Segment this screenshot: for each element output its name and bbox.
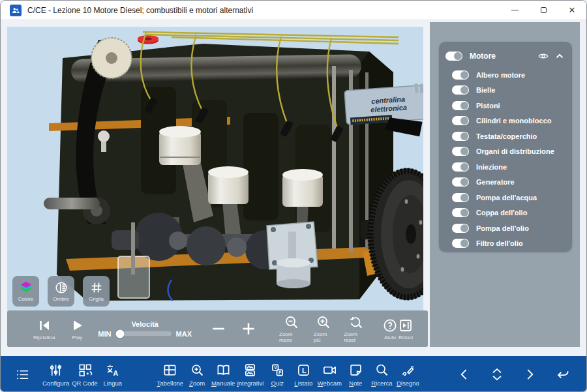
manuale-button[interactable]: Manuale [211, 363, 235, 387]
close-button[interactable]: ✕ [558, 1, 586, 20]
webcam-button[interactable]: Webcam [317, 363, 342, 387]
minus-icon [210, 320, 227, 337]
return-arrow-icon [554, 366, 571, 383]
toolbar-left-group: Configura QR CodeA Lingua [42, 363, 125, 387]
part-label: Pompa dell'acqua [476, 194, 565, 202]
quiz-button[interactable]: VF Quiz [265, 363, 290, 387]
help-icon [382, 318, 398, 333]
part-row-organi-di-distribuzione: Organi di distribuzione [445, 144, 565, 160]
play-button[interactable]: Play [69, 318, 85, 340]
part-row-pistoni: Pistoni [445, 98, 565, 113]
motore-toggle[interactable] [445, 52, 462, 61]
search-icon [374, 363, 389, 378]
disegno-button[interactable]: Disegno [395, 363, 420, 387]
play-icon [69, 318, 85, 333]
note-button[interactable]: Note [343, 363, 368, 387]
part-toggle[interactable] [452, 101, 469, 110]
part-toggle[interactable] [452, 132, 469, 141]
griglia-button[interactable]: Griglia [83, 276, 110, 307]
part-toggle[interactable] [452, 177, 469, 187]
skip-start-icon [37, 318, 52, 333]
motore-label: Motore [470, 52, 533, 61]
part-toggle[interactable] [452, 239, 469, 248]
ricerca-button[interactable]: Ricerca [369, 363, 394, 387]
colore-button[interactable]: Colore [12, 276, 39, 307]
part-row-bielle: Bielle [445, 83, 565, 98]
speed-title: Velocità [131, 320, 158, 328]
tabellone-button[interactable]: Tabellone [157, 363, 183, 387]
part-row-testata-coperchio: Testata/coperchio [445, 128, 565, 144]
listato-button[interactable]: L Listato [291, 363, 316, 387]
toolbar-label: Lingua [104, 380, 123, 387]
part-toggle[interactable] [452, 193, 469, 202]
help-button[interactable]: Aiuto [382, 318, 398, 340]
zoom-reset-button[interactable]: Zoom reset [344, 314, 368, 343]
part-row-albero-motore: Albero motore [445, 67, 565, 83]
chevron-right-icon [521, 366, 538, 383]
integrativi-button[interactable]: Integrativi [237, 363, 263, 387]
part-row-coppa-dell-olio: Coppa dell'olio [445, 205, 565, 221]
part-row-pompa-dell-acqua: Pompa dell'acqua [445, 190, 565, 205]
part-toggle[interactable] [452, 147, 469, 156]
toolbar-label: Note [349, 380, 362, 387]
collapse-chevron-up-icon[interactable] [554, 50, 565, 62]
zoom-out-button[interactable]: Zoom meno [279, 314, 305, 343]
zoom-in-icon [316, 314, 331, 330]
part-label: Iniezione [476, 163, 565, 171]
speed-slider[interactable] [116, 331, 172, 336]
minimize-button[interactable] [500, 1, 529, 20]
lingua-button[interactable]: A Lingua [100, 363, 125, 387]
part-label: Pistoni [476, 102, 565, 110]
plus-icon [240, 320, 257, 337]
speed-increase-button[interactable] [240, 320, 257, 337]
part-toggle[interactable] [452, 85, 469, 95]
zoom-in-icon [190, 363, 205, 378]
zoom-button[interactable]: Zoom [185, 363, 209, 387]
sliders-icon [48, 363, 63, 378]
part-toggle[interactable] [452, 208, 469, 217]
svg-text:A: A [113, 369, 119, 376]
speed-slider-knob[interactable] [116, 329, 125, 338]
toolbar-label: Quiz [271, 380, 284, 387]
letter-l-icon: L [296, 363, 311, 378]
chevron-right-button[interactable] [517, 366, 542, 383]
part-toggle[interactable] [452, 116, 469, 125]
qr-code-button[interactable]: QR Code [72, 363, 98, 387]
images-icon [243, 363, 258, 378]
part-label: Coppa dell'olio [476, 209, 565, 217]
part-label: Cilindri e monoblocco [476, 117, 565, 125]
note-icon [348, 363, 363, 378]
zoom-in-button[interactable]: Zoom più [314, 314, 333, 343]
speed-decrease-button[interactable] [210, 320, 227, 337]
part-row-iniezione: Iniezione [445, 159, 565, 175]
playback-control-bar: Ripristina Play Velocità MIN MAX [7, 310, 428, 347]
speed-max-label: MAX [176, 330, 192, 338]
part-label: Pompa dell'olio [476, 224, 565, 232]
engine-3d-model[interactable]: centralina elettronica [7, 27, 423, 310]
part-toggle[interactable] [452, 70, 469, 80]
grid-icon [89, 280, 104, 295]
chevron-left-button[interactable] [452, 366, 477, 383]
configura-button[interactable]: Configura [42, 363, 69, 387]
return-arrow-button[interactable] [550, 366, 575, 383]
engine-3d-viewport[interactable]: centralina elettronica [7, 27, 423, 310]
ripristina-button[interactable]: Ripristina [33, 318, 55, 340]
menu-list-button[interactable] [10, 367, 35, 382]
chevrons-updown-button[interactable] [485, 366, 509, 383]
part-row-generatore: Generatore [445, 175, 565, 190]
list-icon [15, 367, 30, 382]
part-toggle[interactable] [452, 224, 469, 233]
camera-icon [322, 363, 337, 378]
toolbar-label: Manuale [211, 380, 235, 387]
collapse-panel-button[interactable]: Riduci [398, 318, 414, 340]
visibility-eye-icon[interactable] [537, 50, 549, 62]
part-label: Bielle [476, 86, 565, 94]
chevron-left-icon [456, 366, 473, 383]
maximize-button[interactable] [529, 1, 558, 20]
zoom-reset-icon [348, 314, 364, 330]
view-options: Colore Ombre Gri [12, 276, 110, 307]
qrcode-icon [78, 363, 93, 378]
ombre-button[interactable]: Ombre [48, 276, 74, 307]
part-toggle[interactable] [452, 162, 469, 172]
translate-icon: A [105, 363, 120, 378]
